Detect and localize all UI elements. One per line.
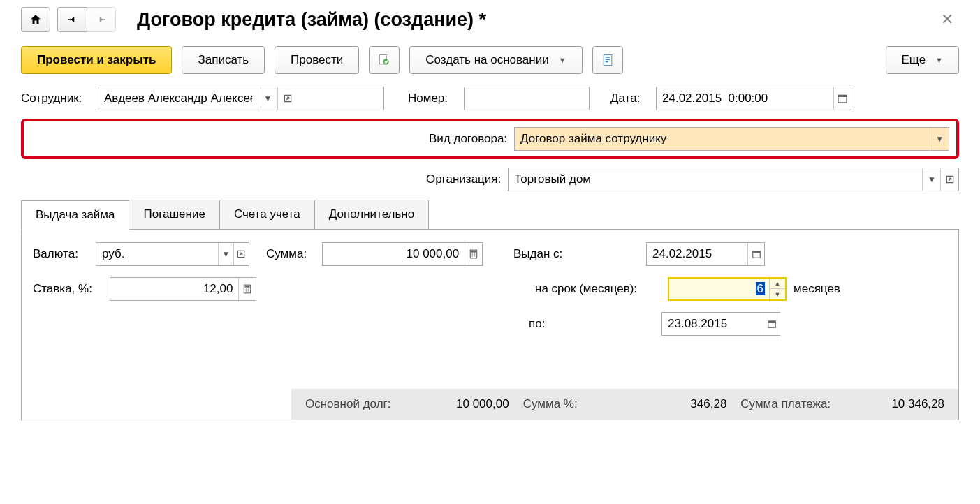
term-unit: месяцев: [793, 282, 840, 296]
number-label: Номер:: [408, 91, 457, 105]
principal-value: 10 000,00: [456, 397, 509, 411]
calculator-icon[interactable]: [238, 278, 256, 300]
back-button[interactable]: [57, 7, 87, 32]
svg-rect-0: [68, 19, 74, 20]
payment-label: Сумма платежа:: [740, 397, 831, 411]
calendar-icon[interactable]: [833, 87, 851, 110]
attachment-button[interactable]: [369, 46, 400, 74]
tab-additional[interactable]: Дополнительно: [314, 200, 429, 229]
employee-input[interactable]: [98, 87, 258, 110]
tab-repayment[interactable]: Погашение: [129, 200, 219, 229]
currency-input[interactable]: [96, 243, 218, 265]
post-button[interactable]: Провести: [275, 46, 359, 74]
svg-point-26: [248, 290, 249, 291]
pct-label: Сумма %:: [523, 397, 578, 411]
svg-rect-5: [605, 57, 610, 58]
chevron-down-icon: ▼: [559, 56, 566, 64]
calendar-icon[interactable]: [747, 243, 764, 265]
term-input[interactable]: 6: [669, 282, 769, 296]
create-based-on-button[interactable]: Создать на основании ▼: [409, 46, 582, 74]
calculator-icon[interactable]: [465, 243, 482, 265]
svg-point-15: [472, 253, 473, 254]
dropdown-icon[interactable]: ▼: [218, 243, 233, 265]
svg-point-3: [383, 59, 389, 64]
issued-label: Выдан с:: [513, 247, 639, 261]
svg-rect-20: [752, 251, 760, 253]
svg-rect-7: [605, 61, 608, 63]
date-label: Дата:: [610, 91, 649, 105]
more-button[interactable]: Еще ▼: [886, 46, 959, 74]
svg-rect-10: [838, 95, 847, 97]
svg-point-18: [474, 255, 475, 256]
issued-input[interactable]: [647, 243, 747, 265]
rate-input[interactable]: [110, 278, 238, 300]
svg-point-24: [248, 288, 249, 289]
payment-value: 10 346,28: [891, 397, 944, 411]
svg-rect-6: [605, 59, 610, 60]
contract-type-input[interactable]: [515, 128, 930, 150]
spinner-down-icon[interactable]: ▼: [770, 289, 785, 299]
svg-rect-28: [768, 321, 775, 323]
currency-label: Валюта:: [33, 247, 89, 261]
rate-label: Ставка, %:: [33, 282, 103, 296]
org-label: Организация:: [426, 172, 501, 186]
svg-rect-14: [471, 251, 476, 252]
svg-point-17: [472, 255, 473, 256]
sum-label: Сумма:: [266, 247, 315, 261]
svg-point-16: [474, 253, 475, 254]
report-button[interactable]: [592, 46, 623, 74]
open-icon[interactable]: [940, 168, 958, 191]
dropdown-icon[interactable]: ▼: [922, 168, 940, 191]
tab-accounts[interactable]: Счета учета: [219, 200, 315, 229]
term-label: на срок (месяцев):: [535, 282, 661, 296]
org-input[interactable]: [509, 168, 922, 191]
date-input[interactable]: [657, 87, 833, 110]
chevron-down-icon: ▼: [935, 56, 943, 64]
until-label: по:: [529, 317, 654, 331]
calendar-icon[interactable]: [763, 313, 780, 335]
open-icon[interactable]: [277, 87, 297, 110]
home-button[interactable]: [21, 7, 50, 32]
sum-input[interactable]: [323, 243, 465, 265]
principal-label: Основной долг:: [305, 397, 391, 411]
tab-loan-issue[interactable]: Выдача займа: [21, 200, 129, 230]
close-button[interactable]: ✕: [935, 10, 959, 29]
until-input[interactable]: [662, 313, 763, 335]
dropdown-icon[interactable]: ▼: [258, 87, 277, 110]
pct-value: 346,28: [690, 397, 726, 411]
svg-rect-1: [100, 19, 105, 20]
open-icon[interactable]: [233, 243, 249, 265]
employee-label: Сотрудник:: [21, 91, 91, 105]
save-button[interactable]: Записать: [182, 46, 265, 74]
spinner-up-icon[interactable]: ▲: [770, 279, 785, 289]
number-input[interactable]: [465, 87, 589, 110]
contract-type-label: Вид договора:: [429, 132, 507, 146]
svg-point-23: [246, 288, 247, 289]
forward-button[interactable]: [87, 7, 116, 32]
svg-rect-22: [245, 286, 250, 287]
dropdown-icon[interactable]: ▼: [930, 128, 949, 150]
post-and-close-button[interactable]: Провести и закрыть: [21, 46, 172, 74]
page-title: Договор кредита (займа) (создание) *: [137, 9, 935, 31]
svg-point-25: [246, 290, 247, 291]
